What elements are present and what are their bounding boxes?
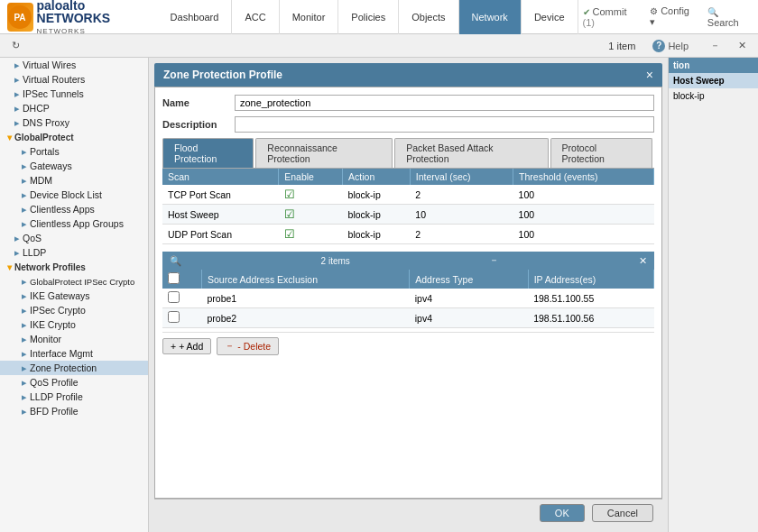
tab-policies[interactable]: Policies <box>338 0 399 34</box>
sidebar-group-network-profiles[interactable]: ▾ Network Profiles <box>0 260 148 274</box>
bottom-actions: + + Add － - Delete <box>162 332 654 360</box>
sub-close-icon[interactable]: ✕ <box>639 255 647 266</box>
checkbox-checked-icon: ☑ <box>284 188 295 201</box>
item-icon: ▸ <box>14 60 20 70</box>
cancel-button[interactable]: Cancel <box>592 504 653 522</box>
delete-button[interactable]: － - Delete <box>217 337 279 355</box>
sidebar-item-device-block-list[interactable]: ▸ Device Block List <box>0 188 148 202</box>
cell-interval: 10 <box>410 205 513 225</box>
config-button[interactable]: Config ▾ <box>645 4 696 30</box>
dialog-title: Zone Protection Profile <box>163 69 282 81</box>
sidebar-item-clientless-apps[interactable]: ▸ Clientless Apps <box>0 202 148 216</box>
item-icon: ▸ <box>14 117 20 128</box>
sidebar-item-dhcp[interactable]: ▸ DHCP <box>0 101 148 115</box>
search-button[interactable]: Search <box>703 5 751 30</box>
dialog-close-icon[interactable]: × <box>646 68 653 82</box>
sidebar-item-gateways[interactable]: ▸ Gateways <box>0 159 148 173</box>
item-icon: ▸ <box>14 233 20 243</box>
tab-flood-protection[interactable]: Flood Protection <box>162 138 254 168</box>
table-row: probe2 ipv4 198.51.100.56 <box>162 308 654 328</box>
close-window-button[interactable]: ✕ <box>734 38 751 53</box>
tab-protocol-protection[interactable]: Protocol Protection <box>550 138 652 168</box>
sidebar-item-qos[interactable]: ▸ QoS <box>0 231 148 245</box>
logo: PA paloalto NETWORKS NETWORKS <box>7 0 149 35</box>
tab-monitor[interactable]: Monitor <box>280 0 339 34</box>
tab-packet-based-attack[interactable]: Packet Based Attack Protection <box>394 138 548 168</box>
cell-checkbox[interactable] <box>162 308 202 328</box>
sidebar-item-bfd-profile[interactable]: ▸ BFD Profile <box>0 404 148 418</box>
cell-scan: UDP Port Scan <box>162 225 279 244</box>
item-icon: ▸ <box>22 406 27 417</box>
cell-interval: 2 <box>410 225 513 244</box>
sidebar-group-globalprotect[interactable]: ▾ GlobalProtect <box>0 130 148 144</box>
main-area: ▸ Virtual Wires ▸ Virtual Routers ▸ IPSe… <box>0 58 758 532</box>
col-enable: Enable <box>279 169 343 185</box>
sidebar-item-zone-protection[interactable]: ▸ Zone Protection <box>0 361 148 375</box>
item-icon: ▸ <box>22 377 27 388</box>
logo-icon: PA <box>7 3 33 32</box>
cell-ip: 198.51.100.56 <box>528 308 653 328</box>
row-checkbox[interactable] <box>168 311 180 323</box>
right-panel-item-host-sweep[interactable]: Host Sweep <box>669 73 758 88</box>
item-icon: ▸ <box>22 362 27 373</box>
checkbox-checked-icon: ☑ <box>284 207 295 221</box>
tab-device[interactable]: Device <box>522 0 578 34</box>
dialog: Zone Protection Profile × Name Descripti… <box>149 58 668 532</box>
cell-action: block-ip <box>343 205 411 225</box>
sidebar-item-portals[interactable]: ▸ Portals <box>0 144 148 159</box>
row-checkbox[interactable] <box>168 291 180 303</box>
refresh-button[interactable]: ↻ <box>7 38 24 53</box>
sidebar-item-lldp-profile[interactable]: ▸ LLDP Profile <box>0 390 148 404</box>
name-label: Name <box>162 97 235 108</box>
cell-scan: TCP Port Scan <box>162 185 279 205</box>
description-row: Description <box>162 116 654 133</box>
name-input[interactable] <box>235 95 654 111</box>
sidebar-item-qos-profile[interactable]: ▸ QoS Profile <box>0 375 148 390</box>
sidebar: ▸ Virtual Wires ▸ Virtual Routers ▸ IPSe… <box>0 58 149 532</box>
item-icon: ▸ <box>14 103 20 114</box>
address-exclusion-header: 🔍 2 items － ✕ <box>162 252 654 270</box>
item-icon: ▸ <box>22 348 27 359</box>
sub-minimize-icon[interactable]: － <box>489 254 499 267</box>
tab-objects[interactable]: Objects <box>399 0 458 34</box>
minimize-button[interactable]: － <box>706 37 725 54</box>
sidebar-item-ike-crypto[interactable]: ▸ IKE Crypto <box>0 317 148 332</box>
cell-type: ipv4 <box>410 289 528 308</box>
sidebar-item-clientless-app-groups[interactable]: ▸ Clientless App Groups <box>0 216 148 231</box>
content-area: Zone Protection Profile × Name Descripti… <box>149 58 758 532</box>
tab-acc[interactable]: ACC <box>232 0 279 34</box>
col-checkbox <box>162 270 202 289</box>
add-button[interactable]: + + Add <box>162 338 211 354</box>
col-action: Action <box>343 169 411 185</box>
item-icon: ▸ <box>22 334 27 344</box>
description-input[interactable] <box>235 116 654 133</box>
sidebar-item-virtual-wires[interactable]: ▸ Virtual Wires <box>0 58 148 72</box>
item-icon: ▸ <box>22 204 27 215</box>
sidebar-item-lldp[interactable]: ▸ LLDP <box>0 245 148 260</box>
cell-checkbox[interactable] <box>162 289 202 308</box>
cell-enable[interactable]: ☑ <box>279 185 343 205</box>
tab-network[interactable]: Network <box>459 0 522 34</box>
sidebar-item-virtual-routers[interactable]: ▸ Virtual Routers <box>0 72 148 87</box>
cell-enable[interactable]: ☑ <box>279 205 343 225</box>
topright-actions: Commit (1) Config ▾ Search <box>578 4 752 30</box>
sidebar-item-mdm[interactable]: ▸ MDM <box>0 173 148 188</box>
cell-threshold: 100 <box>513 225 654 244</box>
item-icon: ▸ <box>22 319 27 330</box>
ok-button[interactable]: OK <box>540 504 585 522</box>
select-all-checkbox[interactable] <box>168 272 180 284</box>
commit-button[interactable]: Commit (1) <box>578 5 639 30</box>
sidebar-item-gp-ipsec-crypto[interactable]: ▸ GlobalProtect IPSec Crypto <box>0 274 148 289</box>
sidebar-item-ike-gateways[interactable]: ▸ IKE Gateways <box>0 289 148 303</box>
sidebar-item-dns-proxy[interactable]: ▸ DNS Proxy <box>0 115 148 130</box>
sidebar-item-ipsec-crypto[interactable]: ▸ IPSec Crypto <box>0 303 148 317</box>
cell-enable[interactable]: ☑ <box>279 225 343 244</box>
sidebar-item-ipsec-tunnels[interactable]: ▸ IPSec Tunnels <box>0 87 148 101</box>
right-panel-item-block-ip[interactable]: block-ip <box>669 88 758 104</box>
tab-dashboard[interactable]: Dashboard <box>158 0 233 34</box>
tab-reconnaissance-protection[interactable]: Reconnaissance Protection <box>255 138 393 168</box>
sidebar-item-monitor[interactable]: ▸ Monitor <box>0 332 148 346</box>
item-icon: ▸ <box>22 305 27 316</box>
sidebar-item-interface-mgmt[interactable]: ▸ Interface Mgmt <box>0 346 148 361</box>
help-button[interactable]: Help <box>648 38 693 54</box>
